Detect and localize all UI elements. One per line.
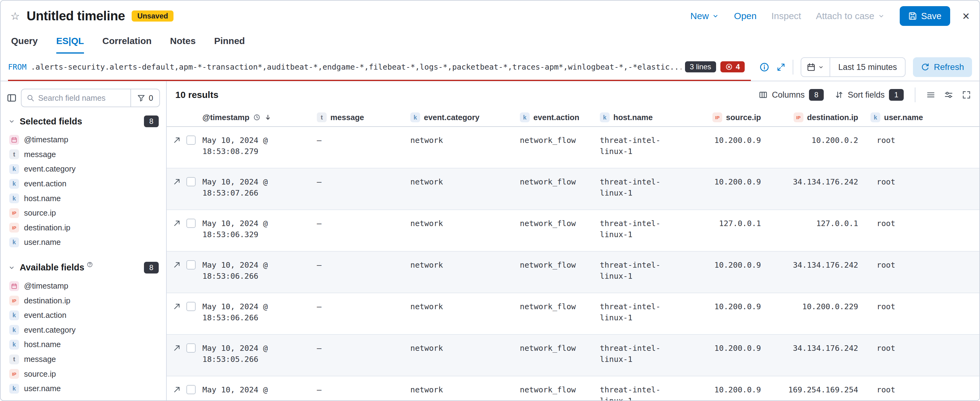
save-label: Save [921, 11, 942, 21]
cell-event_category: network [404, 168, 514, 209]
open-button[interactable]: Open [734, 11, 756, 21]
tab-esql[interactable]: ES|QL [56, 36, 84, 54]
error-circle-icon [725, 63, 733, 70]
expand-event-icon[interactable] [173, 219, 181, 227]
field-item[interactable]: IPdestination.ip [9, 293, 166, 308]
row-checkbox[interactable] [186, 136, 196, 145]
esql-editor[interactable]: FROM .alerts-security.alerts-default,apm… [8, 54, 751, 81]
keyword-token-icon: k [9, 310, 19, 320]
field-item[interactable]: IPsource.ip [9, 206, 166, 220]
save-button[interactable]: Save [900, 6, 950, 26]
inspect-button[interactable]: Inspect [772, 11, 801, 21]
field-search-input[interactable] [35, 94, 130, 102]
expand-event-icon[interactable] [173, 302, 181, 310]
expand-editor-icon[interactable] [777, 63, 785, 72]
tab-pinned[interactable]: Pinned [214, 36, 245, 54]
column-header-event.category[interactable]: kevent.category [404, 112, 514, 122]
favorite-star-icon[interactable]: ☆ [10, 10, 20, 22]
row-checkbox[interactable] [186, 177, 196, 186]
field-item[interactable]: @timestamp [9, 279, 166, 294]
column-header-message[interactable]: tmessage [311, 112, 404, 122]
row-checkbox[interactable] [186, 302, 196, 311]
field-item[interactable]: kevent.category [9, 323, 166, 337]
available-fields-header[interactable]: Available fields 8 [1, 259, 166, 276]
date-picker-calendar-button[interactable] [801, 58, 830, 77]
columns-label: Columns [772, 90, 805, 100]
cell-event_category: network [404, 335, 514, 376]
expand-event-icon[interactable] [173, 261, 181, 269]
column-header-host.name[interactable]: khost.name [593, 112, 686, 122]
columns-button[interactable]: Columns 8 [759, 89, 824, 101]
sort-fields-label: Sort fields [848, 90, 885, 100]
column-label: event.action [533, 113, 579, 122]
column-header-@timestamp[interactable]: @timestamp [196, 113, 311, 122]
sort-fields-button[interactable]: Sort fields 1 [835, 89, 904, 101]
columns-icon [759, 91, 767, 99]
field-item[interactable]: IPsource.ip [9, 366, 166, 381]
field-item[interactable]: IPdestination.ip [9, 220, 166, 235]
cell-source_ip: 127.0.0.1 [686, 210, 767, 251]
field-item[interactable]: kuser.name [9, 235, 166, 250]
row-checkbox[interactable] [186, 219, 196, 228]
sort-descending-icon[interactable] [264, 113, 272, 121]
row-checkbox[interactable] [186, 385, 196, 394]
attach-to-case-button[interactable]: Attach to case [816, 11, 885, 21]
cell-destination_ip: 127.0.0.1 [767, 210, 864, 251]
errors-badge[interactable]: 4 [721, 61, 745, 72]
sidebar-toggle-icon[interactable] [7, 93, 17, 103]
cell-destination_ip: 169.254.169.254 [767, 376, 864, 400]
cell-user_name: root [864, 252, 979, 292]
lines-badge[interactable]: 3 lines [685, 61, 716, 72]
expand-event-icon[interactable] [173, 136, 181, 144]
refresh-button[interactable]: Refresh [913, 57, 972, 77]
tab-notes[interactable]: Notes [170, 36, 196, 54]
expand-event-icon[interactable] [173, 344, 181, 352]
time-range-button[interactable]: Last 15 minutes [830, 62, 905, 72]
field-filter-button[interactable]: 0 [130, 89, 159, 107]
column-header-event.action[interactable]: kevent.action [514, 112, 593, 122]
expand-event-icon[interactable] [173, 178, 181, 186]
selected-fields-header[interactable]: Selected fields 8 [1, 113, 166, 130]
calendar-icon [807, 63, 815, 72]
new-menu-button[interactable]: New [690, 11, 719, 21]
info-icon[interactable] [759, 62, 769, 72]
cell-event_action: network_flow [514, 293, 593, 334]
field-item[interactable]: kevent.action [9, 176, 166, 191]
field-label: @timestamp [24, 135, 68, 144]
clock-icon [253, 113, 261, 121]
tab-query[interactable]: Query [11, 36, 38, 54]
row-density-icon[interactable] [926, 91, 935, 99]
field-item[interactable]: tmessage [9, 352, 166, 367]
sort-count-badge: 1 [889, 89, 904, 101]
keyword-token-icon: k [410, 112, 420, 122]
field-item[interactable]: kevent.category [9, 162, 166, 176]
keyword-token-icon: k [600, 112, 610, 122]
cell-destination_ip: 34.134.176.242 [767, 168, 864, 209]
row-controls [167, 127, 196, 168]
close-timeline-icon[interactable]: × [963, 10, 970, 22]
tab-correlation[interactable]: Correlation [102, 36, 152, 54]
column-header-source.ip[interactable]: IPsource.ip [686, 112, 767, 122]
editor-badges: 3 lines 4 [685, 61, 745, 72]
save-icon [908, 12, 917, 20]
expand-event-icon[interactable] [173, 386, 181, 394]
field-item[interactable]: khost.name [9, 191, 166, 206]
field-label: user.name [24, 384, 61, 393]
timeline-tabs: Query ES|QL Correlation Notes Pinned [1, 31, 979, 54]
display-options-icon[interactable] [944, 91, 953, 99]
cell-host_name: threat-intel-linux-1 [593, 168, 686, 209]
field-item[interactable]: @timestamp [9, 133, 166, 147]
field-label: destination.ip [24, 223, 70, 232]
row-checkbox[interactable] [186, 260, 196, 270]
field-item[interactable]: khost.name [9, 337, 166, 352]
column-header-user.name[interactable]: kuser.name [864, 112, 979, 122]
field-item[interactable]: kuser.name [9, 381, 166, 396]
field-item[interactable]: kevent.action [9, 308, 166, 323]
field-item[interactable]: tmessage [9, 147, 166, 162]
timeline-title[interactable]: Untitled timeline [27, 9, 125, 23]
fullscreen-icon[interactable] [962, 91, 971, 99]
row-checkbox[interactable] [186, 343, 196, 353]
column-header-destination.ip[interactable]: IPdestination.ip [767, 112, 864, 122]
sort-icon [835, 91, 843, 99]
results-count: 10 results [175, 89, 218, 100]
